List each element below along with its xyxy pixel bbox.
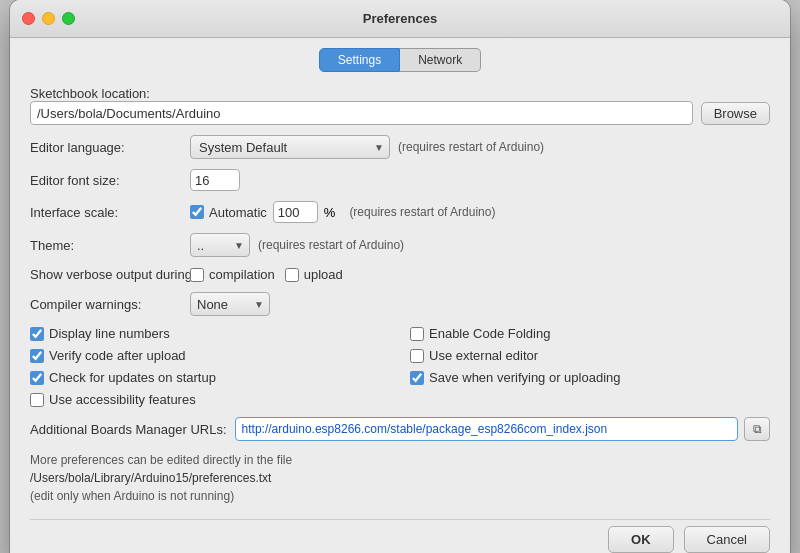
verbose-controls: compilation upload [190,267,343,282]
use-accessibility-checkbox[interactable] [30,393,44,407]
enable-code-folding-item: Enable Code Folding [410,326,770,341]
ok-button[interactable]: OK [608,526,674,553]
editor-language-select[interactable]: System Default [190,135,390,159]
editor-font-size-input[interactable] [190,169,240,191]
check-for-updates-checkbox[interactable] [30,371,44,385]
use-accessibility-item: Use accessibility features [30,392,390,407]
save-when-verifying-label: Save when verifying or uploading [429,370,621,385]
editor-font-size-row: Editor font size: [30,169,770,191]
theme-label: Theme: [30,238,190,253]
boards-url-edit-button[interactable]: ⧉ [744,417,770,441]
theme-row: Theme: .. ▼ (requires restart of Arduino… [30,233,770,257]
titlebar: Preferences [10,0,790,38]
info-line1: More preferences can be edited directly … [30,451,770,469]
verbose-output-label: Show verbose output during: [30,267,190,282]
compiler-warnings-row: Compiler warnings: None ▼ [30,292,770,316]
bottom-buttons: OK Cancel [30,519,770,553]
preferences-window: Preferences Settings Network Sketchbook … [10,0,790,553]
save-when-verifying-checkbox[interactable] [410,371,424,385]
browse-button[interactable]: Browse [701,102,770,125]
sketchbook-row: Browse [30,101,770,125]
theme-select[interactable]: .. [190,233,250,257]
sketchbook-label: Sketchbook location: [30,86,150,101]
sketchbook-label-row: Sketchbook location: [30,86,770,101]
verify-code-label: Verify code after upload [49,348,186,363]
cancel-button[interactable]: Cancel [684,526,770,553]
info-path: /Users/bola/Library/Arduino15/preference… [30,469,770,487]
save-when-verifying-item: Save when verifying or uploading [410,370,770,385]
enable-code-folding-checkbox[interactable] [410,327,424,341]
verify-code-item: Verify code after upload [30,348,390,363]
use-external-editor-item: Use external editor [410,348,770,363]
use-accessibility-label: Use accessibility features [49,392,196,407]
use-external-editor-checkbox[interactable] [410,349,424,363]
upload-text: upload [304,267,343,282]
boards-url-input[interactable] [235,417,738,441]
window-title: Preferences [363,11,437,26]
settings-content: Sketchbook location: Browse Editor langu… [10,72,790,553]
auto-scale-checkbox[interactable] [190,205,204,219]
compiler-warnings-wrap: None ▼ [190,292,270,316]
upload-label: upload [285,267,343,282]
tab-bar: Settings Network [10,38,790,72]
auto-scale-label: Automatic [190,205,267,220]
use-external-editor-label: Use external editor [429,348,538,363]
editor-language-note: (requires restart of Arduino) [398,140,544,154]
verify-code-checkbox[interactable] [30,349,44,363]
boards-url-row: Additional Boards Manager URLs: ⧉ [30,417,770,441]
check-for-updates-label: Check for updates on startup [49,370,216,385]
tab-network[interactable]: Network [400,48,481,72]
interface-scale-note: (requires restart of Arduino) [349,205,495,219]
scale-unit: % [324,205,336,220]
theme-select-wrap: .. ▼ [190,233,250,257]
compilation-label: compilation [190,267,275,282]
interface-scale-label: Interface scale: [30,205,190,220]
upload-checkbox[interactable] [285,268,299,282]
maximize-button[interactable] [62,12,75,25]
editor-language-label: Editor language: [30,140,190,155]
compilation-checkbox[interactable] [190,268,204,282]
compiler-warnings-label: Compiler warnings: [30,297,190,312]
editor-font-size-label: Editor font size: [30,173,190,188]
compiler-warnings-select[interactable]: None [190,292,270,316]
enable-code-folding-label: Enable Code Folding [429,326,550,341]
display-line-numbers-item: Display line numbers [30,326,390,341]
checkboxes-grid: Display line numbers Enable Code Folding… [30,326,770,407]
info-line2: (edit only when Arduino is not running) [30,487,770,505]
display-line-numbers-label: Display line numbers [49,326,170,341]
interface-scale-row: Interface scale: Automatic % (requires r… [30,201,770,223]
verbose-output-row: Show verbose output during: compilation … [30,267,770,282]
display-line-numbers-checkbox[interactable] [30,327,44,341]
theme-note: (requires restart of Arduino) [258,238,404,252]
scale-value-input[interactable] [273,201,318,223]
sketchbook-input[interactable] [30,101,693,125]
minimize-button[interactable] [42,12,55,25]
window-controls [22,12,75,25]
editor-language-row: Editor language: System Default ▼ (requi… [30,135,770,159]
compilation-text: compilation [209,267,275,282]
tab-settings[interactable]: Settings [319,48,400,72]
info-block: More preferences can be edited directly … [30,451,770,505]
editor-language-select-wrap: System Default ▼ [190,135,390,159]
scale-controls: Automatic % (requires restart of Arduino… [190,201,495,223]
boards-url-label: Additional Boards Manager URLs: [30,422,227,437]
check-for-updates-item: Check for updates on startup [30,370,390,385]
auto-scale-text: Automatic [209,205,267,220]
close-button[interactable] [22,12,35,25]
